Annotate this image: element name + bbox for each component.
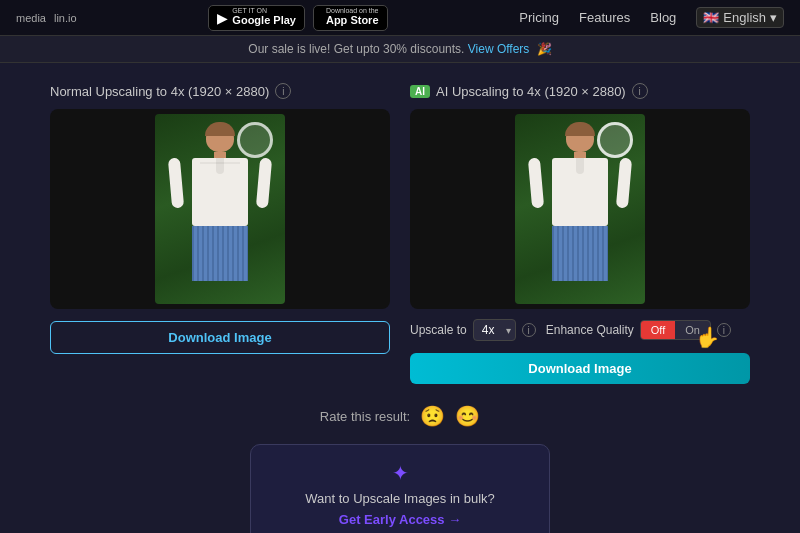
app-store-pre: Download on the bbox=[326, 7, 379, 14]
rating-label: Rate this result: bbox=[320, 409, 410, 424]
bulk-banner: ✦ Want to Upscale Images in bulk? Get Ea… bbox=[250, 444, 550, 533]
nav-blog[interactable]: Blog bbox=[650, 10, 676, 25]
bulk-icon: ✦ bbox=[271, 461, 529, 485]
app-store-label: App Store bbox=[326, 14, 379, 27]
flag-icon: 🇬🇧 bbox=[703, 10, 719, 25]
right-panel-controls: Upscale to 4x 1x 2x 8x ▾ i Enhance Quali… bbox=[410, 319, 750, 341]
left-panel-title: Normal Upscaling to 4x (1920 × 2880) bbox=[50, 84, 269, 99]
upscale-info-icon[interactable]: i bbox=[522, 323, 536, 337]
google-play-icon: ▶ bbox=[217, 10, 228, 26]
upscale-control: Upscale to 4x 1x 2x 8x ▾ i bbox=[410, 319, 536, 341]
right-panel-header: AI AI Upscaling to 4x (1920 × 2880) i bbox=[410, 83, 750, 99]
left-download-button[interactable]: Download Image bbox=[50, 321, 390, 354]
right-panel-title: AI Upscaling to 4x (1920 × 2880) bbox=[436, 84, 626, 99]
left-image-container bbox=[50, 109, 390, 309]
store-badges: ▶ GET IT ON Google Play Download on the … bbox=[208, 5, 387, 31]
shirt-left bbox=[192, 158, 248, 226]
fire-icon: 🎉 bbox=[537, 42, 552, 56]
sale-text: Our sale is live! Get upto 30% discounts… bbox=[248, 42, 464, 56]
right-panel: AI AI Upscaling to 4x (1920 × 2880) i bbox=[410, 83, 750, 384]
left-image bbox=[155, 114, 285, 304]
pants-left bbox=[192, 226, 248, 281]
google-play-text: GET IT ON Google Play bbox=[232, 7, 296, 27]
google-play-badge[interactable]: ▶ GET IT ON Google Play bbox=[208, 5, 305, 31]
upscale-label: Upscale to bbox=[410, 323, 467, 337]
shirt-detail-left bbox=[200, 162, 240, 164]
cursor-hand-icon: 👆 bbox=[695, 325, 720, 349]
early-access-link[interactable]: Get Early Access → bbox=[339, 512, 461, 527]
logo-sub: lin.io bbox=[54, 12, 77, 24]
view-offers-link[interactable]: View Offers bbox=[468, 42, 530, 56]
thumbs-up-emoji[interactable]: 😊 bbox=[455, 404, 480, 428]
upscale-select[interactable]: 4x 1x 2x 8x bbox=[473, 319, 516, 341]
shirt-opening-right bbox=[576, 158, 584, 174]
app-store-text: Download on the App Store bbox=[326, 7, 379, 27]
right-image-container bbox=[410, 109, 750, 309]
left-panel: Normal Upscaling to 4x (1920 × 2880) i bbox=[50, 83, 390, 384]
right-image bbox=[515, 114, 645, 304]
head-left bbox=[206, 124, 234, 152]
person-left bbox=[182, 124, 258, 281]
header-nav: Pricing Features Blog 🇬🇧 English ▾ bbox=[519, 7, 784, 28]
enhance-label: Enhance Quality bbox=[546, 323, 634, 337]
left-info-icon[interactable]: i bbox=[275, 83, 291, 99]
chevron-down-icon: ▾ bbox=[770, 10, 777, 25]
app-store-badge[interactable]: Download on the App Store bbox=[313, 5, 388, 31]
shirt-opening-left bbox=[216, 158, 224, 174]
google-play-pre: GET IT ON bbox=[232, 7, 296, 14]
language-selector[interactable]: 🇬🇧 English ▾ bbox=[696, 7, 784, 28]
hair-left bbox=[205, 122, 235, 136]
compare-section: Normal Upscaling to 4x (1920 × 2880) i bbox=[40, 83, 760, 384]
nav-features[interactable]: Features bbox=[579, 10, 630, 25]
right-download-button[interactable]: Download Image bbox=[410, 353, 750, 384]
pants-right bbox=[552, 226, 608, 281]
sale-banner: Our sale is live! Get upto 30% discounts… bbox=[0, 36, 800, 63]
left-panel-header: Normal Upscaling to 4x (1920 × 2880) i bbox=[50, 83, 390, 99]
toggle-off-button[interactable]: Off bbox=[641, 321, 675, 339]
rating-section: Rate this result: 😟 😊 bbox=[40, 404, 760, 428]
upscale-select-wrapper: 4x 1x 2x 8x ▾ bbox=[473, 319, 516, 341]
main-content: Normal Upscaling to 4x (1920 × 2880) i bbox=[0, 63, 800, 533]
right-info-icon[interactable]: i bbox=[632, 83, 648, 99]
nav-pricing[interactable]: Pricing bbox=[519, 10, 559, 25]
header-left: media lin.io bbox=[16, 12, 77, 24]
logo: media bbox=[16, 12, 46, 24]
shirt-right bbox=[552, 158, 608, 226]
bulk-text: Want to Upscale Images in bulk? bbox=[271, 491, 529, 506]
ai-badge: AI bbox=[410, 85, 430, 98]
head-right bbox=[566, 124, 594, 152]
google-play-label: Google Play bbox=[232, 14, 296, 27]
hair-right bbox=[565, 122, 595, 136]
language-label: English bbox=[723, 10, 766, 25]
header: media lin.io ▶ GET IT ON Google Play Dow… bbox=[0, 0, 800, 36]
person-right bbox=[542, 124, 618, 281]
thumbs-down-emoji[interactable]: 😟 bbox=[420, 404, 445, 428]
